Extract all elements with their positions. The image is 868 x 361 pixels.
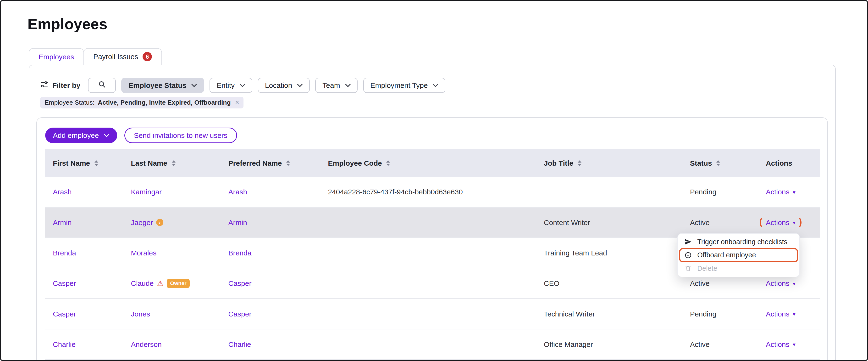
chip-remove-icon[interactable]: × xyxy=(235,98,239,107)
employee-preferred-name-link[interactable]: Armin xyxy=(228,218,247,227)
payroll-issues-count-badge: 6 xyxy=(143,52,152,61)
employee-preferred-name-link[interactable]: Casper xyxy=(228,309,252,318)
cell-preferred-name: Armin xyxy=(220,218,320,227)
chevron-down-icon xyxy=(240,84,245,87)
sort-arrows-icon xyxy=(386,160,390,166)
actions-label: Actions xyxy=(766,279,789,288)
filter-pill-location-label: Location xyxy=(265,81,292,90)
filter-by-label-group: Filter by xyxy=(40,80,81,91)
row-actions-button[interactable]: Actions ▾ xyxy=(766,309,796,318)
tab-payroll-issues[interactable]: Payroll Issues 6 xyxy=(84,48,162,65)
filter-pill-employment-type[interactable]: Employment Type xyxy=(363,78,445,93)
actions-label: Actions xyxy=(766,218,789,227)
tab-payroll-issues-label: Payroll Issues xyxy=(93,52,138,61)
menu-item-offboard-employee[interactable]: Offboard employee xyxy=(678,249,799,262)
cell-preferred-name: Casper xyxy=(220,309,320,318)
row-actions-button[interactable]: Actions ▾ xyxy=(766,279,796,288)
employee-first-name-link[interactable]: Brenda xyxy=(53,248,76,257)
status-text: Pending xyxy=(690,187,716,197)
employees-panel: Filter by Employee Status Entity Locatio… xyxy=(29,65,836,361)
cell-job-title: CEO xyxy=(536,279,682,288)
employee-first-name-link[interactable]: Charlie xyxy=(53,340,75,349)
column-label: First Name xyxy=(53,159,90,168)
employee-last-name-link[interactable]: Anderson xyxy=(131,340,162,349)
send-invitations-button[interactable]: Send invitations to new users xyxy=(124,128,237,143)
employee-preferred-name-link[interactable]: Charlie xyxy=(228,340,251,349)
column-header-employee-code[interactable]: Employee Code xyxy=(320,159,536,168)
cell-status: Active xyxy=(682,218,758,227)
column-header-preferred-name[interactable]: Preferred Name xyxy=(220,159,320,168)
cell-status: Pending xyxy=(682,309,758,318)
tab-employees-label: Employees xyxy=(38,52,74,61)
table-row: Charlie Anderson Charlie Office Manager … xyxy=(45,329,820,360)
table-header-row: First Name Last Name Preferred Name Empl… xyxy=(45,149,820,177)
cell-last-name: Jones xyxy=(123,309,220,318)
cell-preferred-name: Arash xyxy=(220,187,320,197)
cell-last-name: Jaeger i xyxy=(123,218,220,227)
cell-actions: Actions ▾ xyxy=(758,279,820,288)
status-text: Active xyxy=(690,340,710,349)
employee-preferred-name-link[interactable]: Brenda xyxy=(228,248,252,257)
employees-page: Employees Employees Payroll Issues 6 Fil… xyxy=(0,0,868,361)
cell-preferred-name: Charlie xyxy=(220,340,320,349)
cell-first-name: Brenda xyxy=(45,248,123,257)
table-row: Arash Kamingar Arash 2404a228-6c79-437f-… xyxy=(45,177,820,207)
cell-last-name: Anderson xyxy=(123,340,220,349)
column-label: Preferred Name xyxy=(228,159,282,168)
cell-last-name: Morales xyxy=(123,248,220,257)
employee-first-name-link[interactable]: Arash xyxy=(53,187,72,197)
tab-employees[interactable]: Employees xyxy=(29,48,84,65)
employee-last-name-link[interactable]: Jones xyxy=(131,309,150,318)
employee-code-text: 2404a228-6c79-437f-94cb-bebb0d63e630 xyxy=(328,187,463,197)
menu-item-label: Offboard employee xyxy=(697,251,756,260)
sort-arrows-icon xyxy=(286,160,290,166)
employee-first-name-link[interactable]: Armin xyxy=(53,218,72,227)
filter-pill-employee-status-label: Employee Status xyxy=(128,81,186,90)
trash-icon xyxy=(684,265,692,272)
cell-job-title: Office Manager xyxy=(536,340,682,349)
minus-circle-icon xyxy=(684,252,692,259)
employee-last-name-link[interactable]: Claude xyxy=(131,279,154,288)
cell-first-name: Armin xyxy=(45,218,123,227)
table-row: Casper Jones Casper Technical Writer Pen… xyxy=(45,299,820,329)
row-actions-button[interactable]: Actions ▾ xyxy=(766,187,796,197)
column-header-status[interactable]: Status xyxy=(682,159,758,168)
active-filter-chip: Employee Status: Active, Pending, Invite… xyxy=(40,97,244,108)
filter-pill-employment-type-label: Employment Type xyxy=(370,81,428,90)
column-header-job-title[interactable]: Job Title xyxy=(536,159,682,168)
employee-last-name-link[interactable]: Kamingar xyxy=(131,187,162,197)
cell-preferred-name: Casper xyxy=(220,279,320,288)
filter-pill-employee-status[interactable]: Employee Status xyxy=(121,78,204,93)
caret-down-icon: ▾ xyxy=(793,219,796,226)
employee-first-name-link[interactable]: Casper xyxy=(53,309,76,318)
employee-first-name-link[interactable]: Casper xyxy=(53,279,76,288)
filter-sliders-icon xyxy=(40,80,49,91)
filter-pill-entity-label: Entity xyxy=(217,81,235,90)
search-button[interactable] xyxy=(88,78,116,93)
actions-label: Actions xyxy=(766,309,789,318)
filter-pill-team[interactable]: Team xyxy=(315,78,358,93)
column-header-actions: Actions xyxy=(758,159,820,168)
employee-last-name-link[interactable]: Jaeger xyxy=(131,218,153,227)
add-employee-button[interactable]: Add employee xyxy=(45,128,117,143)
column-header-last-name[interactable]: Last Name xyxy=(123,159,220,168)
row-actions-button[interactable]: Actions ▾ xyxy=(766,340,796,349)
column-label: Last Name xyxy=(131,159,167,168)
cell-job-title: Content Writer xyxy=(536,218,682,227)
filter-pill-entity[interactable]: Entity xyxy=(210,78,252,93)
caret-down-icon: ▾ xyxy=(793,189,796,196)
menu-item-trigger-onboarding-checklists[interactable]: Trigger onboarding checklists xyxy=(678,235,799,249)
cell-last-name: Kamingar xyxy=(123,187,220,197)
employee-preferred-name-link[interactable]: Arash xyxy=(228,187,247,197)
chip-values: Active, Pending, Invite Expired, Offboar… xyxy=(98,99,231,107)
menu-item-label: Delete xyxy=(697,264,717,273)
cell-first-name: Charlie xyxy=(45,340,123,349)
column-label: Status xyxy=(690,159,712,168)
row-actions-button[interactable]: Actions ▾ xyxy=(766,218,796,227)
filter-pill-location[interactable]: Location xyxy=(258,78,310,93)
employee-last-name-link[interactable]: Morales xyxy=(131,248,156,257)
cell-job-title: Technical Writer xyxy=(536,309,682,318)
employee-preferred-name-link[interactable]: Casper xyxy=(228,279,252,288)
column-header-first-name[interactable]: First Name xyxy=(45,159,123,168)
filter-bar: Filter by Employee Status Entity Locatio… xyxy=(40,78,445,93)
